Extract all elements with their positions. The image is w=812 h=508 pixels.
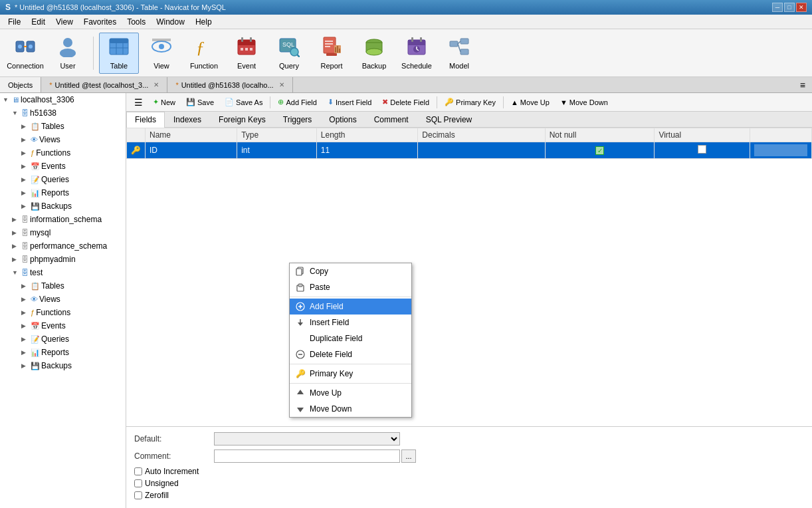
toolbar-connection[interactable]: Connection [5, 33, 45, 74]
tree-functions[interactable]: ▶ ƒ Functions [0, 146, 126, 160]
mysql-toggle[interactable]: ▶ [12, 229, 21, 236]
tab-menu-icon[interactable]: ≡ [796, 80, 809, 90]
tab-untitled-h51638[interactable]: * Untitled @h51638 (localho... ✕ [167, 77, 292, 92]
queries-toggle[interactable]: ▶ [21, 176, 31, 183]
tree-test-views[interactable]: ▶ 👁 Views [0, 293, 126, 306]
phpmyadmin-toggle[interactable]: ▶ [12, 256, 21, 263]
tree-backups[interactable]: ▶ 💾 Backups [0, 199, 126, 213]
functions-toggle[interactable]: ▶ [21, 150, 31, 156]
tree-test[interactable]: ▼ 🗄 test [0, 266, 126, 279]
hamburger-menu[interactable]: ☰ [130, 96, 147, 109]
sub-tab-sql-preview[interactable]: SQL Preview [417, 112, 481, 127]
ctx-move-up[interactable]: Move Up [290, 385, 411, 401]
tree-reports[interactable]: ▶ 📊 Reports [0, 186, 126, 199]
tree-test-tables[interactable]: ▶ 📋 Tables [0, 279, 126, 293]
cell-color[interactable] [750, 142, 812, 159]
tree-test-reports[interactable]: ▶ 📊 Reports [0, 346, 126, 359]
ctx-add-field[interactable]: Add Field [290, 299, 411, 315]
tree-views[interactable]: ▶ 👁 Views [0, 133, 126, 146]
tables-toggle[interactable]: ▶ [21, 123, 31, 130]
ctx-copy[interactable]: Copy [290, 263, 411, 279]
insert-field-button[interactable]: ⬇ Insert Field [323, 96, 376, 108]
ctx-insert-field[interactable]: Insert Field [290, 315, 411, 330]
table-row[interactable]: 🔑 ID int 11 ✓ [127, 142, 812, 159]
close-button[interactable]: ✕ [796, 3, 807, 12]
backups-toggle[interactable]: ▶ [21, 203, 31, 209]
maximize-button[interactable]: □ [784, 3, 795, 12]
toolbar-view[interactable]: View [142, 33, 181, 74]
sub-tab-foreign-keys[interactable]: Foreign Keys [210, 112, 274, 127]
tree-h51638[interactable]: ▼ 🗄 h51638 [0, 106, 126, 120]
move-down-button[interactable]: ▼ Move Down [556, 96, 613, 108]
menu-view[interactable]: View [51, 16, 78, 28]
ctx-primary-key[interactable]: 🔑 Primary Key [290, 366, 411, 382]
toolbar-query[interactable]: SQL Query [269, 33, 309, 74]
comment-expand-button[interactable]: ... [401, 449, 416, 463]
tab-close-test[interactable]: ✕ [153, 81, 159, 88]
save-as-button[interactable]: 📄 Save As [220, 96, 267, 108]
comment-input[interactable] [214, 449, 400, 463]
test-reports-toggle[interactable]: ▶ [21, 349, 31, 356]
toolbar-report[interactable]: Report [312, 33, 352, 74]
tree-localhost[interactable]: ▼ 🖥 localhost_3306 [0, 93, 126, 106]
tree-test-backups[interactable]: ▶ 💾 Backups [0, 359, 126, 372]
minimize-button[interactable]: ─ [772, 3, 783, 12]
toolbar-backup[interactable]: Backup [354, 33, 394, 74]
events-toggle[interactable]: ▶ [21, 163, 31, 170]
test-backups-toggle[interactable]: ▶ [21, 362, 31, 369]
tree-test-queries[interactable]: ▶ 📝 Queries [0, 332, 126, 346]
toolbar-model[interactable]: Model [439, 33, 479, 74]
perf-schema-toggle[interactable]: ▶ [12, 243, 21, 249]
auto-increment-checkbox[interactable] [134, 467, 142, 475]
tree-perf-schema[interactable]: ▶ 🗄 performance_schema [0, 239, 126, 253]
sub-tab-options[interactable]: Options [320, 112, 365, 127]
toolbar-table[interactable]: Table [99, 33, 139, 74]
toolbar-schedule[interactable]: Schedule [397, 33, 437, 74]
test-tables-toggle[interactable]: ▶ [21, 283, 31, 289]
default-select[interactable] [214, 432, 400, 445]
cell-decimals[interactable] [418, 142, 545, 159]
menu-help[interactable]: Help [190, 16, 217, 28]
new-button[interactable]: ✦ New [148, 96, 180, 108]
tab-untitled-test[interactable]: * Untitled @test (localhost_3... ✕ [41, 77, 167, 92]
ctx-paste[interactable]: Paste [290, 279, 411, 295]
reports-toggle[interactable]: ▶ [21, 190, 31, 196]
tree-tables[interactable]: ▶ 📋 Tables [0, 120, 126, 133]
cell-name[interactable]: ID [146, 142, 237, 159]
tree-test-functions[interactable]: ▶ ƒ Functions [0, 306, 126, 319]
primary-key-button[interactable]: 🔑 Primary Key [440, 96, 500, 108]
tree-test-events[interactable]: ▶ 📅 Events [0, 319, 126, 332]
tree-events[interactable]: ▶ 📅 Events [0, 160, 126, 173]
test-functions-toggle[interactable]: ▶ [21, 309, 31, 316]
cell-type[interactable]: int [237, 142, 317, 159]
move-up-button[interactable]: ▲ Move Up [506, 96, 554, 108]
ctx-move-down[interactable]: Move Down [290, 401, 411, 417]
sub-tab-fields[interactable]: Fields [126, 112, 165, 128]
save-button[interactable]: 💾 Save [181, 96, 219, 108]
tab-close-h51638[interactable]: ✕ [279, 81, 284, 88]
tab-objects[interactable]: Objects [0, 77, 41, 92]
menu-tools[interactable]: Tools [122, 16, 151, 28]
sub-tab-triggers[interactable]: Triggers [274, 112, 321, 127]
test-events-toggle[interactable]: ▶ [21, 322, 31, 329]
test-views-toggle[interactable]: ▶ [21, 296, 31, 303]
tree-phpmyadmin[interactable]: ▶ 🗄 phpmyadmin [0, 253, 126, 266]
tree-mysql[interactable]: ▶ 🗄 mysql [0, 226, 126, 239]
toolbar-user[interactable]: User [48, 33, 88, 74]
tree-info-schema[interactable]: ▶ 🗄 information_schema [0, 213, 126, 226]
test-queries-toggle[interactable]: ▶ [21, 336, 31, 342]
add-field-button[interactable]: ⊕ Add Field [273, 96, 321, 108]
localhost-toggle[interactable]: ▼ [3, 96, 12, 103]
menu-edit[interactable]: Edit [26, 16, 51, 28]
zerofill-checkbox[interactable] [134, 491, 142, 499]
delete-field-button[interactable]: ✖ Delete Field [377, 96, 434, 108]
sub-tab-comment[interactable]: Comment [365, 112, 417, 127]
ctx-delete-field[interactable]: Delete Field [290, 346, 411, 362]
menu-window[interactable]: Window [151, 16, 190, 28]
ctx-duplicate-field[interactable]: Duplicate Field [290, 330, 411, 346]
info-schema-toggle[interactable]: ▶ [12, 216, 21, 223]
views-toggle[interactable]: ▶ [21, 136, 31, 143]
menu-favorites[interactable]: Favorites [78, 16, 122, 28]
tree-queries[interactable]: ▶ 📝 Queries [0, 173, 126, 186]
toolbar-function[interactable]: ƒ Function [184, 33, 224, 74]
